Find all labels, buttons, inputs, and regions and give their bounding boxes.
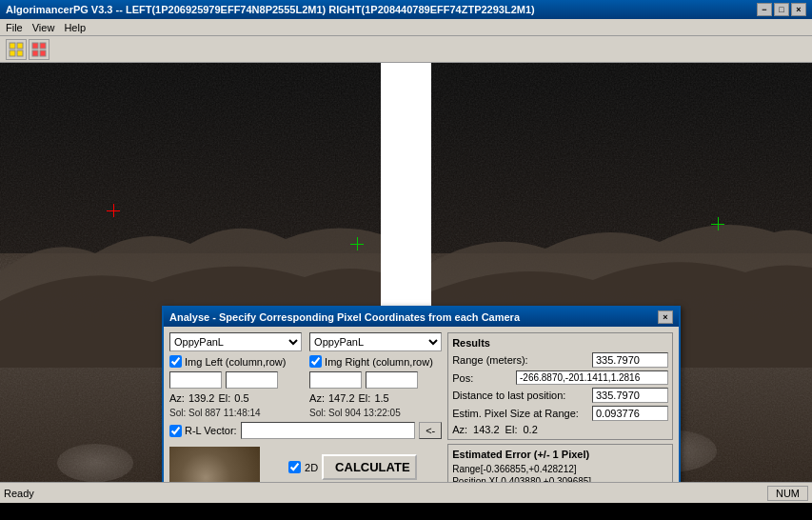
- az-left-label: Az:: [169, 392, 185, 404]
- sol-left-label: Sol:: [169, 408, 186, 418]
- title-bar: AlgorimancerPG V3.3 -- LEFT(1P206925979E…: [0, 0, 812, 19]
- pixel-size-row: Estim. Pixel Size at Range: 0.093776: [452, 406, 668, 421]
- toolbar-btn-2[interactable]: [29, 39, 50, 60]
- az-result-label: Az:: [452, 424, 467, 435]
- dialog-right-panel: Results Range (meters): 335.7970 Pos: -2…: [447, 332, 673, 503]
- num-indicator: NUM: [767, 486, 808, 501]
- svg-rect-5: [40, 43, 46, 49]
- title-bar-buttons: − □ ×: [757, 3, 806, 16]
- range-value: 335.7970: [592, 352, 668, 368]
- rl-vector-input[interactable]: 42,-66,0: [241, 422, 416, 439]
- left-coords-section: 733 132: [169, 371, 302, 389]
- az-result-value: 143.2: [473, 424, 500, 435]
- cam-left-section: OppyPanL: [169, 332, 302, 351]
- row-right-input[interactable]: 160: [366, 371, 418, 389]
- pos-value: -266.8870,-201.1411,1.2816: [516, 370, 668, 385]
- status-right: NUM: [767, 486, 808, 501]
- error-line-1: Range[-0.366855,+0.428212]: [452, 463, 668, 475]
- crosshair-left-red: [107, 204, 120, 217]
- coord-input-row: 733 132 246 160: [169, 371, 442, 389]
- menu-file[interactable]: File: [6, 22, 23, 33]
- pixel-size-label: Estim. Pixel Size at Range:: [452, 408, 579, 419]
- sol-right-label: Sol:: [309, 408, 326, 418]
- rl-btn[interactable]: <-: [419, 422, 442, 439]
- sol-left-section: Sol: Sol 887 11:48:14: [169, 408, 302, 418]
- azel-left-section: Az: 139.2 El: 0.5: [169, 392, 302, 404]
- sol-row-both: Sol: Sol 887 11:48:14 Sol: Sol 904 13:22…: [169, 408, 442, 418]
- img-checkbox-row: Img Left (column,row) Img Right (column,…: [169, 355, 442, 368]
- svg-rect-4: [32, 43, 38, 49]
- sol-right-section: Sol: Sol 904 13:22:05: [309, 408, 442, 418]
- sol-right-value: Sol 904 13:22:05: [328, 408, 401, 418]
- cam-left-select[interactable]: OppyPanL: [169, 332, 302, 351]
- el-right-value: 1.5: [374, 392, 388, 404]
- two-d-checkbox[interactable]: [288, 461, 301, 473]
- dialog-close-button[interactable]: ×: [658, 310, 673, 324]
- cam-right-select[interactable]: OppyPanL: [309, 332, 442, 351]
- col-left-input[interactable]: 733: [169, 371, 222, 389]
- el-right-label: El:: [359, 392, 371, 404]
- pixel-size-value: 0.093776: [592, 406, 668, 421]
- img-right-check-section: Img Right (column,row): [309, 355, 442, 368]
- azel-result-row: Az: 143.2 El: 0.2: [452, 424, 668, 435]
- el-result-value: 0.2: [523, 424, 537, 435]
- pos-label: Pos:: [452, 372, 473, 384]
- calculate-button[interactable]: CALCULATE: [322, 454, 417, 480]
- svg-rect-3: [17, 50, 23, 56]
- az-right-value: 147.2: [328, 392, 355, 404]
- results-box: Results Range (meters): 335.7970 Pos: -2…: [447, 332, 673, 440]
- cam-right-section: OppyPanL: [309, 332, 442, 351]
- minimize-button[interactable]: −: [757, 3, 772, 16]
- azel-right-section: Az: 147.2 El: 1.5: [309, 392, 442, 404]
- svg-rect-6: [32, 50, 38, 56]
- dist-label: Distance to last position:: [452, 390, 565, 401]
- crosshair-left-green: [350, 237, 364, 250]
- toolbar-btn-1[interactable]: [6, 39, 27, 60]
- error-title: Estimated Error (+/- 1 Pixel): [452, 449, 668, 460]
- az-right-label: Az:: [309, 392, 325, 404]
- range-label: Range (meters):: [452, 354, 527, 366]
- toolbar: [0, 36, 812, 63]
- crosshair-right-green: [711, 217, 724, 230]
- dialog-title-text: Analyse - Specify Corresponding Pixel Co…: [169, 311, 520, 323]
- img-left-label: Img Left (column,row): [185, 356, 286, 368]
- row-left-input[interactable]: 132: [226, 371, 278, 389]
- az-left-value: 139.2: [188, 392, 215, 404]
- el-result-label: El:: [505, 424, 518, 435]
- analyse-dialog: Analyse - Specify Corresponding Pixel Co…: [162, 306, 681, 503]
- status-text: Ready: [4, 488, 34, 499]
- close-button[interactable]: ×: [791, 3, 806, 16]
- dialog-body: OppyPanL OppyPanL Img Left (colum: [164, 327, 679, 503]
- col-right-input[interactable]: 246: [309, 371, 362, 389]
- img-left-checkbox[interactable]: [169, 355, 182, 368]
- dialog-left-panel: OppyPanL OppyPanL Img Left (colum: [169, 332, 442, 503]
- svg-rect-7: [40, 50, 46, 56]
- dist-row: Distance to last position: 335.7970: [452, 388, 668, 403]
- rl-vector-checkbox[interactable]: [169, 425, 182, 437]
- azel-row-both: Az: 139.2 El: 0.5 Az: 147.2 El: 1.5: [169, 392, 442, 404]
- rl-vector-label: R-L Vector:: [185, 425, 237, 436]
- menu-help[interactable]: Help: [64, 22, 86, 33]
- img-right-checkbox[interactable]: [309, 355, 322, 368]
- window-title: AlgorimancerPG V3.3 -- LEFT(1P206925979E…: [6, 4, 535, 15]
- results-title: Results: [452, 337, 668, 349]
- range-row: Range (meters): 335.7970: [452, 352, 668, 368]
- right-coords-section: 246 160: [309, 371, 442, 389]
- two-d-row: 2D CALCULATE: [288, 454, 417, 480]
- main-image-area: Analyse - Specify Corresponding Pixel Co…: [0, 63, 812, 503]
- dialog-title-bar: Analyse - Specify Corresponding Pixel Co…: [164, 308, 679, 327]
- camera-row: OppyPanL OppyPanL: [169, 332, 442, 351]
- el-left-value: 0.5: [234, 392, 248, 404]
- sol-left-value: Sol 887 11:48:14: [188, 408, 261, 418]
- pos-row: Pos: -266.8870,-201.1411,1.2816: [452, 370, 668, 385]
- img-right-label: Img Right (column,row): [325, 356, 433, 368]
- rl-vector-row: R-L Vector: 42,-66,0 <-: [169, 422, 442, 439]
- menu-view[interactable]: View: [32, 22, 55, 33]
- menu-bar: File View Help: [0, 19, 812, 36]
- maximize-button[interactable]: □: [774, 3, 789, 16]
- dist-value: 335.7970: [592, 388, 668, 403]
- svg-rect-1: [17, 43, 23, 49]
- svg-rect-2: [10, 50, 15, 56]
- status-bar: Ready NUM: [0, 482, 812, 503]
- svg-rect-0: [10, 43, 15, 49]
